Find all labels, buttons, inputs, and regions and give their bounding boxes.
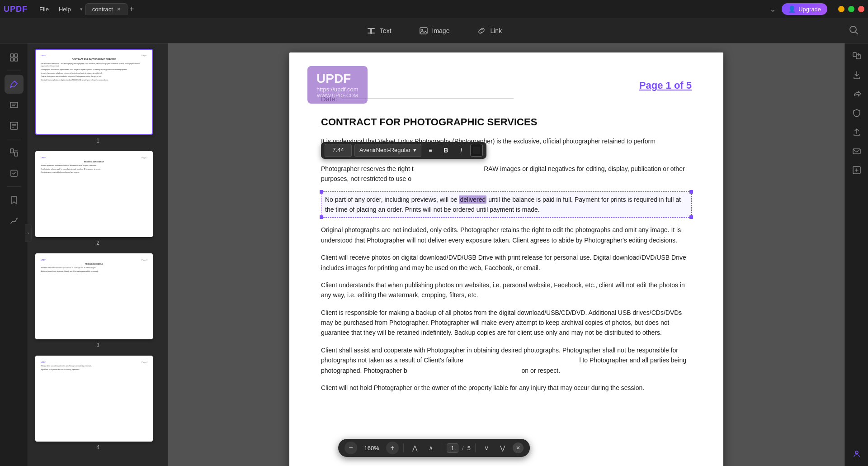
align-button[interactable]: ≡: [424, 144, 437, 157]
link-tool[interactable]: Link: [470, 23, 508, 38]
color-picker-button[interactable]: [470, 144, 483, 157]
paragraph-8: Client shall assist and cooperate with P…: [321, 345, 692, 376]
search-button[interactable]: [848, 24, 859, 37]
sidebar-collapse-tab[interactable]: ›: [25, 224, 32, 242]
image-tool[interactable]: Image: [412, 23, 456, 38]
compress-icon[interactable]: [849, 162, 865, 178]
convert-tool-icon[interactable]: [849, 48, 865, 64]
svg-rect-10: [14, 58, 18, 61]
window-expand-icon[interactable]: ⌄: [769, 4, 776, 14]
thumb-number-1: 1: [35, 138, 160, 144]
document-tab[interactable]: contract ✕: [85, 3, 127, 15]
tab-bar: ▾ contract ✕ +: [80, 3, 769, 15]
menu-help[interactable]: Help: [54, 4, 75, 14]
page-indicator: Page 1 of 5: [321, 80, 692, 91]
zoom-in-button[interactable]: +: [386, 442, 399, 454]
image-tool-label: Image: [432, 27, 450, 34]
sidebar-item-forms[interactable]: [5, 116, 24, 135]
export-icon[interactable]: [849, 67, 865, 83]
thumb-content-2: UPDF Page 2 SESSION AGREEMENT Session ag…: [41, 157, 147, 232]
bottom-right-icon[interactable]: [849, 445, 865, 461]
nav-last-button[interactable]: ⋁: [496, 442, 509, 454]
zoom-bar-close-button[interactable]: ✕: [513, 442, 524, 453]
close-button[interactable]: [858, 6, 864, 12]
minimize-button[interactable]: [838, 6, 844, 12]
zoom-divider-2: [442, 443, 442, 452]
watermark-overlay: UPDF https://updf.com WWW.UPDF.COM: [307, 66, 368, 104]
total-pages-display: 5: [467, 445, 471, 452]
sidebar-separator-3: [7, 186, 21, 187]
thumb-number-2: 2: [35, 240, 160, 246]
zoom-divider-1: [403, 443, 404, 452]
upload-icon[interactable]: [849, 124, 865, 140]
text-tool[interactable]: Text: [360, 23, 398, 38]
para2-text: Photographer reserves the right t RAW im…: [321, 165, 685, 182]
tab-close-button[interactable]: ✕: [117, 6, 121, 12]
tab-dropdown-arrow[interactable]: ▾: [80, 6, 83, 12]
window-controls: [838, 6, 864, 12]
page-number-input[interactable]: [447, 443, 458, 453]
italic-button[interactable]: I: [455, 144, 467, 157]
title-bar-actions: ⌄ 👤 Upgrade: [769, 3, 864, 15]
nav-first-button[interactable]: ⋀: [408, 442, 421, 454]
color-swatch: [473, 147, 480, 154]
nav-prev-button[interactable]: ∧: [425, 442, 437, 454]
protect-icon[interactable]: [849, 105, 865, 121]
thumbnail-item[interactable]: UPDF Page 4 Release form and authorizati…: [35, 356, 160, 451]
document-area: UPDF https://updf.com WWW.UPDF.COM Page …: [168, 43, 844, 466]
paragraph-6: Client understands that when publishing …: [321, 280, 692, 300]
profile-action-icon[interactable]: [849, 445, 865, 461]
sidebar-right: [844, 43, 868, 466]
svg-rect-2: [368, 33, 375, 33]
mail-icon[interactable]: [849, 143, 865, 159]
thumbnail-page-2[interactable]: UPDF Page 2 SESSION AGREEMENT Session ag…: [35, 151, 153, 237]
selection-handle-tr: [689, 190, 693, 194]
thumb-content-3: UPDF Page 3 PRICING SCHEDULE Standard se…: [41, 259, 147, 334]
selection-handle-tl: [320, 190, 323, 194]
new-tab-button[interactable]: +: [129, 5, 134, 14]
selection-handle-br: [689, 215, 693, 219]
thumbnail-page-1[interactable]: UPDF Page 1 CONTRACT FOR PHOTOGRAPHIC SE…: [35, 49, 153, 135]
upgrade-button[interactable]: 👤 Upgrade: [782, 3, 827, 15]
page-text: Page 1 of 5: [639, 80, 692, 91]
thumbnail-item[interactable]: UPDF Page 1 CONTRACT FOR PHOTOGRAPHIC SE…: [35, 49, 160, 144]
font-dropdown-icon[interactable]: ▾: [413, 146, 416, 155]
sidebar-item-bookmark[interactable]: [5, 190, 24, 209]
sidebar-item-sign[interactable]: [5, 211, 24, 230]
document-title: CONTRACT FOR PHOTOGRAPHIC SERVICES: [321, 116, 692, 128]
thumbnail-page-3[interactable]: UPDF Page 3 PRICING SCHEDULE Standard se…: [35, 253, 153, 339]
text-tool-icon: [366, 26, 376, 36]
sidebar-item-edit[interactable]: [5, 75, 24, 94]
paragraph-3-selected[interactable]: No part of any order, including previews…: [321, 191, 692, 218]
svg-rect-7: [10, 54, 14, 57]
main-toolbar: Text Image Link: [0, 18, 868, 43]
svg-rect-23: [853, 149, 860, 154]
svg-point-25: [855, 451, 858, 454]
bold-button[interactable]: B: [439, 144, 452, 157]
sidebar-item-organize[interactable]: [5, 143, 24, 162]
thumbnail-item[interactable]: UPDF Page 3 PRICING SCHEDULE Standard se…: [35, 253, 160, 348]
maximize-button[interactable]: [848, 6, 854, 12]
page-separator: /: [462, 445, 464, 452]
sidebar-left: ›: [0, 43, 28, 466]
menu-file[interactable]: File: [35, 4, 53, 14]
svg-rect-18: [10, 149, 14, 153]
svg-rect-8: [14, 54, 18, 57]
highlighted-word: delivered: [459, 195, 486, 204]
zoom-out-button[interactable]: −: [344, 442, 357, 454]
thumbnail-page-4[interactable]: UPDF Page 4 Release form and authorizati…: [35, 356, 153, 442]
sidebar-item-annotate[interactable]: [5, 95, 24, 114]
tab-label: contract: [92, 6, 113, 13]
sidebar-item-ocr[interactable]: [5, 164, 24, 183]
svg-rect-11: [10, 102, 18, 108]
share-icon[interactable]: [849, 86, 865, 102]
font-name-selector[interactable]: AvenirNext-Regular ▾: [354, 144, 421, 157]
svg-rect-22: [853, 52, 856, 57]
thumbnail-item[interactable]: UPDF Page 2 SESSION AGREEMENT Session ag…: [35, 151, 160, 246]
nav-next-button[interactable]: ∨: [480, 442, 493, 454]
watermark-title: UPDF: [316, 71, 359, 86]
zoom-divider-3: [475, 443, 476, 452]
sidebar-item-thumbnails[interactable]: [5, 48, 24, 67]
font-size-input[interactable]: 7.44: [325, 144, 352, 157]
thumb-content-1: UPDF Page 1 CONTRACT FOR PHOTOGRAPHIC SE…: [41, 54, 147, 129]
